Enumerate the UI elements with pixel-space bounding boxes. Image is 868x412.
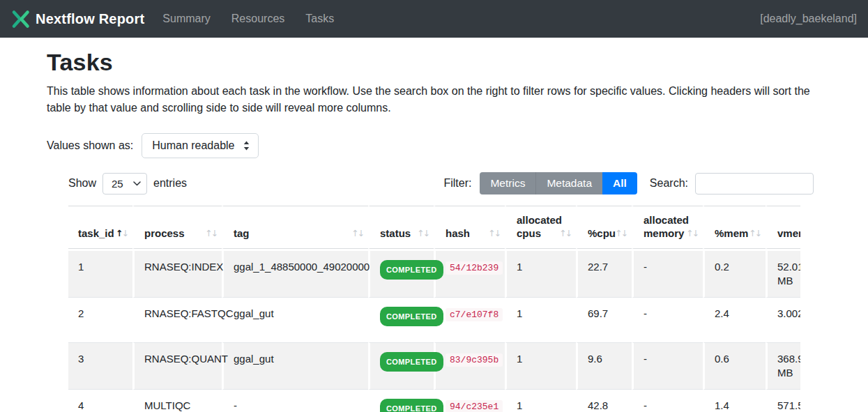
cell-pct-mem: 1.4 (703, 389, 766, 412)
entries-label: entries (153, 177, 187, 190)
table-row: 3 RNASEQ:QUANT ggal_gut COMPLETED 83/9c3… (68, 342, 800, 389)
cell-task-id: 3 (68, 342, 132, 389)
updown-arrows-icon (243, 141, 250, 151)
cell-hash: c7/e107f8 (434, 297, 505, 342)
column-header-vmem[interactable]: vmem ↑↓ (766, 206, 800, 249)
cell-pct-cpu: 22.7 (576, 249, 632, 297)
nextflow-logo-icon (11, 10, 30, 29)
cell-pct-mem: 2.4 (703, 297, 766, 342)
hash-code: 54/12b239 (446, 261, 503, 275)
cell-status: COMPLETED (368, 389, 434, 412)
cell-process: RNASEQ:INDEX (132, 249, 222, 297)
sort-icon: ↑↓ (351, 227, 363, 240)
cell-vmem: 52.016 MB (766, 249, 800, 297)
search-label: Search: (650, 177, 688, 190)
search-input[interactable] (695, 173, 814, 194)
sort-icon: ↑↓ (417, 227, 429, 240)
cell-status: COMPLETED (368, 342, 434, 389)
cell-status: COMPLETED (368, 249, 434, 297)
table-row: 4 MULTIQC - COMPLETED 94/c235e1 1 42.8 -… (68, 389, 800, 412)
tasks-table: task_id ↑↓ process ↑↓ tag ↑↓ status ↑↓ (68, 206, 800, 412)
nav-item-summary[interactable]: Summary (162, 13, 210, 25)
cell-pct-mem: 0.2 (703, 249, 766, 297)
cell-allocated-memory: - (632, 342, 703, 389)
nav-item-resources[interactable]: Resources (231, 13, 284, 25)
cell-allocated-memory: - (632, 297, 703, 342)
values-shown-selected: Human readable (152, 139, 234, 152)
page-length-value: 25 (112, 178, 123, 190)
table-header-row: task_id ↑↓ process ↑↓ tag ↑↓ status ↑↓ (68, 206, 800, 249)
cell-allocated-cpus: 1 (505, 389, 576, 412)
cell-pct-cpu: 42.8 (576, 389, 632, 412)
hash-code: 94/c235e1 (446, 400, 503, 412)
cell-vmem: 3.002 (766, 297, 800, 342)
app-title: Nextflow Report (36, 11, 144, 27)
filter-metrics-button[interactable]: Metrics (480, 172, 535, 194)
status-badge: COMPLETED (380, 307, 443, 326)
sort-icon: ↑↓ (749, 227, 761, 240)
cell-task-id: 2 (68, 297, 132, 342)
cell-pct-mem: 0.6 (703, 342, 766, 389)
table-row: 2 RNASEQ:FASTQC ggal_gut COMPLETED c7/e1… (68, 297, 800, 342)
filter-button-group: Metrics Metadata All (480, 172, 637, 194)
cell-vmem: 368.95 MB (766, 342, 800, 389)
column-header-status[interactable]: status ↑↓ (368, 206, 434, 249)
page-length-select[interactable]: 25 (102, 173, 147, 194)
hash-code: 83/9c395b (446, 353, 503, 367)
run-name: [deadly_baekeland] (760, 13, 857, 25)
cell-allocated-memory: - (632, 249, 703, 297)
cell-pct-cpu: 69.7 (576, 297, 632, 342)
cell-task-id: 4 (68, 389, 132, 412)
column-header-task-id[interactable]: task_id ↑↓ (68, 206, 132, 249)
navbar: Nextflow Report Summary Resources Tasks … (0, 0, 868, 38)
cell-status: COMPLETED (368, 297, 434, 342)
cell-pct-cpu: 9.6 (576, 342, 632, 389)
column-header-process[interactable]: process ↑↓ (132, 206, 222, 249)
nav-item-tasks[interactable]: Tasks (305, 13, 334, 25)
cell-tag: - (222, 389, 368, 412)
sort-icon: ↑↓ (559, 227, 571, 240)
cell-tag: ggal_gut (222, 342, 368, 389)
sort-icon: ↑↓ (205, 227, 217, 240)
column-header-pct-mem[interactable]: %mem ↑↓ (703, 206, 766, 249)
filter-all-button[interactable]: All (602, 172, 637, 194)
cell-hash: 83/9c395b (434, 342, 505, 389)
show-label: Show (68, 177, 96, 190)
status-badge: COMPLETED (380, 399, 443, 412)
cell-hash: 94/c235e1 (434, 389, 505, 412)
cell-vmem: 571.58 MB (766, 389, 800, 412)
filter-metadata-button[interactable]: Metadata (535, 172, 602, 194)
nav-links: Summary Resources Tasks (162, 13, 334, 25)
status-badge: COMPLETED (380, 352, 443, 372)
sort-icon: ↑↓ (116, 227, 128, 240)
sort-icon: ↑↓ (488, 227, 500, 240)
column-header-allocated-memory[interactable]: allocated memory ↑↓ (632, 206, 703, 249)
cell-allocated-memory: - (632, 389, 703, 412)
cell-process: RNASEQ:FASTQC (132, 297, 222, 342)
sort-icon: ↑↓ (615, 227, 627, 240)
cell-tag: ggal_1_48850000_49020000 (222, 249, 368, 297)
cell-allocated-cpus: 1 (505, 249, 576, 297)
cell-process: RNASEQ:QUANT (132, 342, 222, 389)
cell-allocated-cpus: 1 (505, 297, 576, 342)
page-description: This table shows information about each … (47, 83, 814, 116)
values-shown-select[interactable]: Human readable (142, 133, 258, 158)
status-badge: COMPLETED (380, 260, 443, 280)
cell-task-id: 1 (68, 249, 132, 297)
column-header-hash[interactable]: hash ↑↓ (434, 206, 505, 249)
navbar-brand[interactable]: Nextflow Report (11, 10, 144, 29)
hash-code: c7/e107f8 (446, 308, 503, 321)
cell-tag: ggal_gut (222, 297, 368, 342)
page-title: Tasks (47, 49, 814, 76)
values-shown-label: Values shown as: (47, 139, 133, 152)
column-header-tag[interactable]: tag ↑↓ (222, 206, 368, 249)
column-header-pct-cpu[interactable]: %cpu ↑↓ (576, 206, 632, 249)
chevron-down-icon (133, 181, 141, 186)
cell-allocated-cpus: 1 (505, 342, 576, 389)
column-header-allocated-cpus[interactable]: allocated cpus ↑↓ (505, 206, 576, 249)
sort-icon: ↑↓ (686, 227, 698, 240)
table-row: 1 RNASEQ:INDEX ggal_1_48850000_49020000 … (68, 249, 800, 297)
cell-hash: 54/12b239 (434, 249, 505, 297)
cell-process: MULTIQC (132, 389, 222, 412)
tasks-table-scroll-area[interactable]: task_id ↑↓ process ↑↓ tag ↑↓ status ↑↓ (68, 206, 800, 412)
